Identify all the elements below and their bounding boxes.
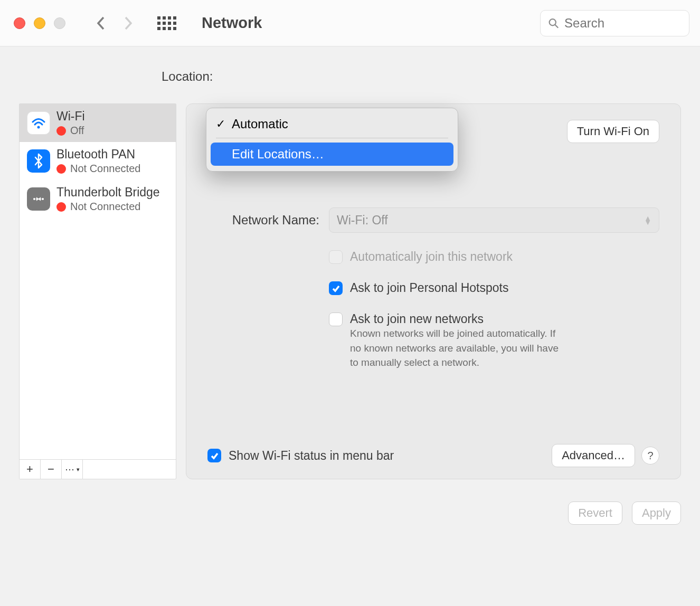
revert-button[interactable]: Revert <box>568 501 622 525</box>
location-popup: ✓ Automatic Edit Locations… <box>206 108 458 172</box>
help-button[interactable]: ? <box>641 447 659 465</box>
wifi-icon <box>27 111 50 135</box>
menu-bar-checkbox[interactable]: Show Wi-Fi status in menu bar <box>207 449 394 463</box>
checkmark-icon: ✓ <box>216 117 232 131</box>
status-dot-icon <box>56 202 66 212</box>
svg-point-2 <box>37 126 40 129</box>
service-item-wifi[interactable]: Wi-Fi Off <box>20 104 176 142</box>
new-networks-checkbox[interactable]: Ask to join new networks <box>329 312 566 326</box>
show-all-icon[interactable] <box>157 16 176 30</box>
bluetooth-icon <box>27 149 50 173</box>
apply-button[interactable]: Apply <box>632 501 681 525</box>
checkbox-icon <box>329 250 343 264</box>
footer-buttons: Revert Apply <box>19 501 681 525</box>
auto-join-checkbox: Automatically join this network <box>329 250 513 264</box>
svg-line-1 <box>555 24 558 27</box>
toolbar: Network <box>0 0 700 46</box>
location-option-automatic[interactable]: ✓ Automatic <box>211 112 453 136</box>
service-name: Bluetooth PAN <box>56 147 140 162</box>
turn-wifi-on-button[interactable]: Turn Wi-Fi On <box>567 120 659 143</box>
popup-separator <box>216 138 448 138</box>
checkbox-checked-icon <box>207 449 221 462</box>
network-name-label: Network Name: <box>207 213 329 228</box>
page-title: Network <box>202 14 262 32</box>
checkbox-icon <box>329 313 343 326</box>
status-dot-icon <box>56 126 66 136</box>
chevron-down-icon: ▾ <box>77 466 80 473</box>
service-status: Off <box>56 125 85 137</box>
service-status: Not Connected <box>56 201 160 213</box>
zoom-window-button[interactable] <box>54 17 65 29</box>
checkbox-checked-icon <box>329 281 343 295</box>
stepper-icon: ▲▼ <box>644 216 651 224</box>
close-window-button[interactable] <box>14 17 25 29</box>
svg-point-3 <box>33 198 35 200</box>
remove-service-button[interactable]: − <box>41 460 62 479</box>
thunderbolt-icon <box>27 187 50 211</box>
network-name-value: Wi-Fi: Off <box>337 213 388 228</box>
location-row: Location: <box>19 62 681 91</box>
location-option-edit[interactable]: Edit Locations… <box>211 143 453 166</box>
add-service-button[interactable]: + <box>20 460 41 479</box>
helper-text: Known networks will be joined automatica… <box>350 326 566 370</box>
personal-hotspot-checkbox[interactable]: Ask to join Personal Hotspots <box>329 281 508 295</box>
search-input[interactable] <box>564 16 682 31</box>
service-status: Not Connected <box>56 163 140 175</box>
minimize-window-button[interactable] <box>34 17 45 29</box>
services-sidebar: Wi-Fi Off Bluetooth PAN Not Connected <box>19 103 176 479</box>
service-item-bluetooth[interactable]: Bluetooth PAN Not Connected <box>20 142 176 180</box>
forward-icon <box>122 16 133 31</box>
service-name: Wi-Fi <box>56 109 85 124</box>
services-list: Wi-Fi Off Bluetooth PAN Not Connected <box>20 104 176 460</box>
search-icon <box>548 17 559 30</box>
service-name: Thunderbolt Bridge <box>56 185 160 200</box>
search-field[interactable] <box>540 10 689 36</box>
content-area: Location: Wi-Fi Off <box>0 46 700 606</box>
location-label: Location: <box>162 69 213 84</box>
network-name-select[interactable]: Wi-Fi: Off ▲▼ <box>329 207 659 233</box>
nav-arrows <box>96 16 133 31</box>
back-icon[interactable] <box>96 16 107 31</box>
service-item-thunderbolt[interactable]: Thunderbolt Bridge Not Connected <box>20 180 176 218</box>
window-controls <box>14 17 65 29</box>
svg-point-4 <box>42 198 44 200</box>
svg-point-0 <box>550 19 556 25</box>
service-options-button[interactable]: ⋯▾ <box>62 460 83 479</box>
status-dot-icon <box>56 164 66 174</box>
advanced-button[interactable]: Advanced… <box>552 444 635 467</box>
sidebar-actions: + − ⋯▾ <box>20 460 176 479</box>
